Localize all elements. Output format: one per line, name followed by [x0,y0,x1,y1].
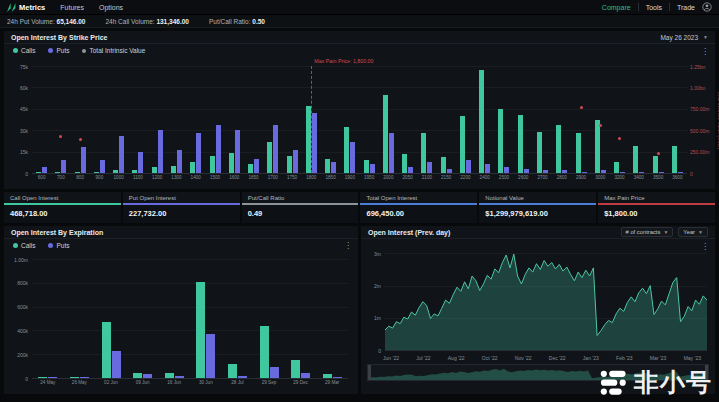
calls-bar [441,157,446,173]
x-axis-tick: 900 [90,175,109,180]
puts-bar [301,373,310,378]
intrinsic-value-dot [599,124,602,127]
puts-bar [273,125,278,174]
puts-bar [61,160,66,173]
calls-bar [323,374,332,378]
trade-link[interactable]: Trade [677,4,695,11]
puts-bar [447,169,452,173]
strike-panel-header: Open Interest By Strike Price May 26 202… [4,31,715,44]
x-axis-tick: 3400 [629,175,648,180]
stats-row: Call Open Interest 468,718.00 Put Open I… [4,192,715,223]
calls-bar [537,132,542,173]
puts-bar [582,172,587,173]
calls-bar [421,133,426,173]
puts-bar [138,152,143,173]
puts-bar [270,367,279,378]
x-axis-tick: 16 Jun [158,380,190,385]
calls-bar [383,95,388,173]
more-menu-icon[interactable]: ⋮ [344,242,352,250]
legend-calls[interactable]: Calls [13,47,35,54]
x-axis-tick: Feb '23 [616,355,633,361]
puts-bar [639,172,644,173]
nav-item-futures[interactable]: Futures [60,4,84,11]
calls-bar [460,116,465,173]
x-axis-tick: Oct '22 [482,355,498,361]
grid-line [32,152,687,153]
x-axis-tick: May '23 [684,355,701,361]
calls-bar [75,172,80,173]
puts-bar [620,172,625,173]
chevron-down-icon[interactable]: ▼ [703,34,708,40]
x-axis-tick: 1650 [244,175,263,180]
x-axis-tick: 2050 [398,175,417,180]
grid-line [32,259,348,260]
strike-legend: Calls Puts Total Intrinsic Value [4,44,715,56]
calls-bar [165,373,174,378]
y-axis-tick: 200k [6,352,28,358]
x-axis-tick: Jul '22 [416,355,430,361]
calls-bar [364,160,369,173]
x-axis-tick: 09 Jun [127,380,159,385]
date-select[interactable]: May 26 2023 [660,34,698,41]
contracts-dropdown[interactable]: # of contracts ▼ [621,227,674,237]
nav-item-options[interactable]: Options [99,4,123,11]
y-axis-tick: 800k [6,280,28,286]
intrinsic-value-dot [59,135,62,138]
puts-bar [312,113,317,173]
calls-bar [306,106,311,173]
brand-name: Metrics [19,3,45,12]
x-axis-tick: Jun '22 [383,355,399,361]
top-navbar: Metrics Futures Options Compare Tools Tr… [0,0,719,15]
legend-puts[interactable]: Puts [48,242,69,249]
calls-bar [228,364,237,378]
puts-bar [485,164,490,173]
legend-intrinsic[interactable]: Total Intrinsic Value [82,47,145,54]
puts-bar [524,169,529,173]
x-axis-tick: 2100 [417,175,436,180]
calls-bar [133,373,142,378]
stat-notional-value: Notional Value $1,299,979,619.00 [479,192,596,223]
puts-bar [678,172,683,173]
brand[interactable]: Metrics [7,3,45,12]
x-axis-tick: 2600 [514,175,533,180]
expiration-chart: 1.00m800k600k400k200k024 May26 May02 Jun… [6,251,356,390]
puts-bar [48,377,57,378]
grid-line [32,283,348,284]
expiration-legend: Calls Puts [4,239,358,251]
puts-bar [333,377,342,378]
oi-area-series [385,247,707,350]
grid-line [32,354,348,355]
watermark-text: 非小号 [634,366,712,399]
x-axis-tick: 29 Mar [316,380,348,385]
tools-link[interactable]: Tools [646,4,662,11]
period-dropdown[interactable]: Year ▼ [678,227,708,237]
calls-bar [576,133,581,173]
y-axis-tick: 2m [365,283,381,289]
puts-bar [119,136,124,173]
account-icon[interactable] [702,2,712,12]
watermark: 非小号 [599,366,712,399]
puts-bar [42,167,47,173]
compare-link[interactable]: Compare [602,4,631,11]
more-menu-icon[interactable]: ⋮ [701,48,709,56]
grid-line [32,87,687,88]
grid-line [32,66,687,67]
calls-bar [102,322,111,378]
x-axis-tick: 1750 [282,175,301,180]
x-axis-tick: 800 [71,175,90,180]
x-axis-tick: 02 Jun [95,380,127,385]
puts-bar [389,133,394,173]
range-handle-left[interactable] [368,365,371,380]
intrinsic-value-dot [618,137,621,140]
y-axis-tick: 45k [6,106,28,112]
puts-bar [143,374,152,378]
calls-bar [633,146,638,173]
calls-bar [498,109,503,173]
y-axis-tick: 1.00m [6,257,28,263]
legend-calls[interactable]: Calls [13,242,35,249]
puts-bar [80,377,89,378]
calls-bar [672,146,677,173]
x-axis-tick: 2000 [379,175,398,180]
legend-puts[interactable]: Puts [48,47,69,54]
y2-axis-tick: 1.00bn [690,85,713,91]
